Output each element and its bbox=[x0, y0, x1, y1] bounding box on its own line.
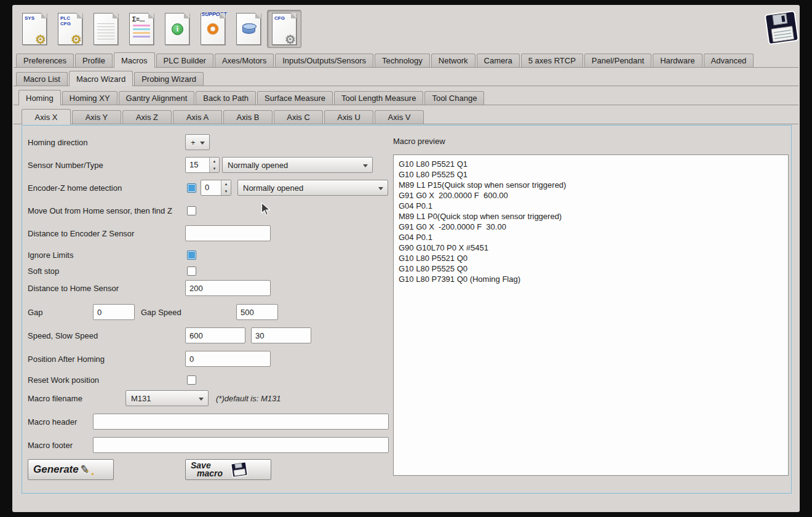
gcode-line: M89 L1 P15(Quick stop when sensor trigge… bbox=[399, 180, 783, 190]
macro-list-button[interactable]: Σ=... bbox=[124, 10, 159, 48]
macro-header-input[interactable] bbox=[93, 414, 389, 430]
cfg-label: CFG bbox=[274, 15, 285, 21]
chevron-down-icon bbox=[378, 187, 383, 190]
database-button[interactable] bbox=[231, 10, 266, 48]
spin-down-icon: ▼ bbox=[210, 165, 219, 172]
macro-list-icon: Σ=... bbox=[129, 13, 154, 45]
plc-cfg-button[interactable]: PLC CFG ⚙ bbox=[53, 10, 87, 48]
tab-axis-v[interactable]: Axis V bbox=[375, 110, 424, 124]
save-macro-button[interactable]: Save macro bbox=[185, 459, 271, 480]
main-tab-bar: Preferences Profile Macros PLC Builder A… bbox=[14, 52, 798, 68]
speed-input[interactable] bbox=[185, 327, 245, 343]
document-icon bbox=[94, 13, 118, 45]
tab-macros[interactable]: Macros bbox=[114, 52, 155, 68]
save-settings-button[interactable] bbox=[763, 9, 800, 49]
encoder-z-spinbox[interactable]: 0 ▲▼ bbox=[201, 180, 231, 196]
tab-probing-wizard[interactable]: Probing Wizard bbox=[134, 72, 204, 86]
macro-header-label: Macro header bbox=[28, 417, 77, 427]
tab-axis-x[interactable]: Axis X bbox=[22, 109, 71, 124]
row-position-after: Position After Homing bbox=[22, 350, 391, 367]
generate-button[interactable]: Generate ✎ ✦ ✦ bbox=[28, 459, 114, 480]
tab-axis-b[interactable]: Axis B bbox=[223, 110, 273, 124]
cfg-button[interactable]: CFG ⚙ bbox=[267, 10, 301, 48]
info-icon: i bbox=[172, 23, 183, 35]
row-dist-home: Distance to Home Sensor bbox=[22, 279, 391, 297]
dist-encoder-z-input[interactable] bbox=[185, 225, 271, 241]
slow-speed-input[interactable] bbox=[251, 327, 311, 343]
floppy-disk-icon bbox=[763, 9, 800, 47]
axis-tab-bar: Axis X Axis Y Axis Z Axis A Axis B Axis … bbox=[14, 108, 798, 124]
log-button[interactable] bbox=[89, 10, 123, 48]
tab-axis-u[interactable]: Axis U bbox=[324, 110, 373, 124]
tab-5-axes-rtcp[interactable]: 5 axes RTCP bbox=[521, 54, 583, 67]
tab-axis-y[interactable]: Axis Y bbox=[72, 110, 121, 124]
tab-axis-a[interactable]: Axis A bbox=[173, 110, 222, 124]
homing-direction-value: + bbox=[191, 138, 196, 147]
tab-back-to-path[interactable]: Back to Path bbox=[196, 91, 256, 105]
tab-hardware[interactable]: Hardware bbox=[653, 54, 702, 67]
gap-speed-label: Gap Speed bbox=[141, 308, 181, 317]
tab-axis-c[interactable]: Axis C bbox=[274, 110, 323, 124]
row-dist-encoder-z: Distance to Encoder Z Sensor bbox=[22, 225, 391, 242]
tab-tool-length-measure[interactable]: Tool Length Measure bbox=[334, 91, 423, 105]
tab-plc-builder[interactable]: PLC Builder bbox=[156, 54, 213, 67]
info-button[interactable]: i bbox=[160, 10, 194, 48]
tab-macro-list[interactable]: Macro List bbox=[16, 72, 68, 86]
database-icon bbox=[242, 23, 255, 34]
gear-icon: ⚙ bbox=[71, 33, 82, 46]
sensor-number-spinbox[interactable]: 15 ▲▼ bbox=[185, 157, 220, 173]
gap-speed-input[interactable] bbox=[236, 304, 278, 320]
chevron-down-icon bbox=[199, 398, 204, 401]
tab-gantry-alignment[interactable]: Gantry Alignment bbox=[119, 91, 195, 105]
row-ignore-limits: Ignore Limits bbox=[22, 246, 391, 263]
sys-config-button[interactable]: SYS ⚙ bbox=[17, 10, 52, 48]
tab-camera[interactable]: Camera bbox=[477, 54, 520, 67]
reset-work-checkbox[interactable] bbox=[187, 375, 196, 385]
macro-tab-bar: Macro List Macro Wizard Probing Wizard bbox=[14, 70, 798, 86]
tab-axes-motors[interactable]: Axes/Motors bbox=[215, 54, 274, 67]
tab-profile[interactable]: Profile bbox=[75, 54, 113, 67]
tab-surface-measure[interactable]: Surface Measure bbox=[257, 91, 333, 105]
tab-advanced[interactable]: Advanced bbox=[704, 54, 754, 67]
ignore-limits-checkbox[interactable] bbox=[187, 250, 196, 260]
move-out-checkbox[interactable] bbox=[187, 206, 196, 215]
macro-footer-input[interactable] bbox=[93, 437, 389, 453]
support-icon: SUPPORT bbox=[201, 13, 225, 45]
tab-inputs-outputs-sensors[interactable]: Inputs/Outputs/Sensors bbox=[275, 54, 373, 67]
macro-filename-combobox[interactable]: M131 bbox=[125, 390, 209, 406]
row-macro-header: Macro header bbox=[22, 413, 391, 430]
dist-home-input[interactable] bbox=[185, 280, 271, 296]
encoder-z-type-combobox[interactable]: Normally opened bbox=[237, 180, 388, 196]
homing-direction-combobox[interactable]: + bbox=[185, 134, 210, 150]
tab-preferences[interactable]: Preferences bbox=[16, 54, 74, 67]
row-gap: Gap Gap Speed bbox=[22, 303, 391, 321]
position-after-label: Position After Homing bbox=[28, 355, 105, 364]
encoder-z-checkbox[interactable] bbox=[187, 183, 196, 193]
sparkle-icon: ✦ bbox=[90, 471, 95, 477]
gcode-line: G10 L80 P5525 Q0 bbox=[399, 263, 783, 274]
sensor-number-label: Sensor Number/Type bbox=[28, 161, 103, 170]
tab-axis-z[interactable]: Axis Z bbox=[122, 110, 172, 124]
macro-filename-note: (*)default is: M131 bbox=[216, 394, 281, 403]
tab-panel-pendant[interactable]: Panel/Pendant bbox=[584, 54, 651, 67]
gcode-line: G91 G0 X -200.0000 F 30.00 bbox=[399, 222, 783, 232]
tab-homing-xy[interactable]: Homing XY bbox=[62, 91, 117, 105]
floppy-disk-icon bbox=[230, 461, 249, 478]
support-button[interactable]: SUPPORT bbox=[196, 10, 230, 48]
row-homing-direction: Homing direction + bbox=[22, 134, 391, 151]
document-lines bbox=[97, 21, 114, 39]
sensor-type-combobox[interactable]: Normally opened bbox=[222, 157, 373, 173]
macro-filename-value: M131 bbox=[131, 394, 151, 403]
dist-home-label: Distance to Home Sensor bbox=[28, 284, 119, 293]
soft-stop-checkbox[interactable] bbox=[187, 267, 196, 276]
tab-tool-change[interactable]: Tool Change bbox=[424, 91, 484, 105]
gap-input[interactable] bbox=[93, 304, 135, 320]
spin-down-icon: ▼ bbox=[221, 188, 231, 195]
macro-preview-textarea[interactable]: G10 L80 P5521 Q1 G10 L80 P5525 Q1 M89 L1… bbox=[393, 154, 789, 476]
tab-macro-wizard[interactable]: Macro Wizard bbox=[69, 71, 133, 86]
tab-technology[interactable]: Technology bbox=[375, 54, 430, 67]
tab-network[interactable]: Network bbox=[431, 54, 476, 67]
position-after-input[interactable] bbox=[185, 351, 271, 367]
row-sensor-number: Sensor Number/Type 15 ▲▼ Normally opened bbox=[22, 156, 391, 174]
tab-homing[interactable]: Homing bbox=[18, 90, 61, 105]
